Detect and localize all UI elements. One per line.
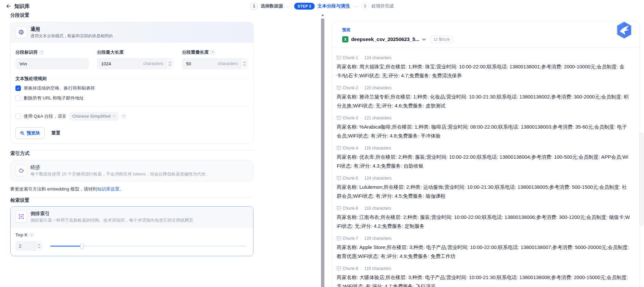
left-pane-scrollbar[interactable] — [320, 13, 325, 287]
max-length-label: 分段最大长度 — [97, 49, 124, 55]
help-icon — [29, 233, 34, 237]
scrollbar-thumb[interactable] — [321, 18, 324, 287]
chunk-text: 商家名称: 大疆体验店;所在楼层: 3;种类: 电子产品;营业时间: 10:00… — [337, 273, 631, 287]
qa-language-select[interactable]: Chinese Simplified — [69, 112, 119, 121]
chunk-char-count: 120 characters — [364, 86, 391, 90]
chevron-down-icon — [422, 38, 426, 41]
chunk-text: 商家名称: 江南布衣;所在楼层: 2;种类: 服装;营业时间: 10:00-22… — [337, 213, 631, 231]
inverted-index-name: 倒排索引 — [30, 211, 193, 217]
gear-icon — [15, 26, 27, 38]
chunk-header: Chunk-7 · 129 characters — [337, 236, 631, 241]
step-1-number: 1 — [250, 2, 258, 10]
general-mode-header: 通用 通用文本分块模式，检索和召回的块是相同的 — [11, 22, 253, 43]
slider-handle[interactable] — [80, 243, 84, 249]
preprocess-rule-row: 替换掉连续的空格、换行符和制表符 — [15, 85, 248, 92]
dot-separator: · — [360, 116, 362, 120]
chunk-title: Chunk-8 — [343, 266, 358, 271]
overlap-input[interactable]: 50 characters — [182, 58, 248, 69]
chunk-char-count: 116 characters — [364, 146, 391, 151]
top-k-stepper[interactable] — [35, 241, 43, 251]
preview-label: 预览 — [342, 27, 633, 33]
chunk-item: Chunk-2 · 120 characters 商家名称: 雅诗兰黛专柜;所在… — [337, 85, 631, 110]
chunk-title: Chunk-1 — [343, 55, 358, 60]
kb-settings-link[interactable]: 知识库设置。 — [97, 186, 124, 192]
chevron-up-icon — [243, 62, 246, 63]
divider — [15, 106, 248, 107]
chunk-grid-icon — [337, 56, 341, 60]
actions-row: 预览块 重置 — [15, 127, 248, 139]
preview-panel: 预览 X deepseek_csv_20250623_5... 12 预估块 — [332, 21, 640, 287]
scroll-up-arrow-icon[interactable] — [320, 13, 325, 17]
chunk-item: Chunk-1 · 124 characters 商家名称: 周大福珠宝;所在楼… — [337, 55, 631, 80]
step-1-label: 选择数据源 — [261, 3, 283, 9]
max-length-unit: characters — [143, 58, 166, 69]
chunk-grid-icon — [337, 206, 341, 210]
dot-separator: · — [360, 55, 362, 60]
qa-label: 使用 Q&A 分段，语言 — [24, 113, 66, 119]
preview-chunks-button[interactable]: 预览块 — [15, 127, 45, 139]
step-3-label: 处理并完成 — [371, 3, 394, 9]
chunk-title: Chunk-7 — [343, 236, 358, 241]
step-3-number: 3 — [361, 2, 369, 10]
chunk-title: Chunk-2 — [343, 86, 358, 90]
step-separator: — — [286, 4, 291, 9]
inverted-index-card[interactable]: 倒排索引 倒排索引是一种用于高效检索的结构。按术语组织，每个术语指向包含它的文档… — [10, 206, 253, 256]
chevron-up-icon — [169, 62, 171, 63]
chunk-title: Chunk-5 — [343, 176, 358, 181]
field-overlap: 分段重叠长度 50 characters — [182, 50, 248, 69]
chunk-title: Chunk-4 — [343, 146, 358, 151]
rule-checkbox[interactable] — [15, 95, 21, 101]
back-button[interactable] — [4, 2, 13, 11]
segment-settings-title: 分段设置 — [10, 12, 253, 18]
help-icon — [210, 50, 215, 55]
general-mode-card[interactable]: 通用 通用文本分块模式，检索和召回的块是相同的 分段标识符 \n\n — [10, 22, 253, 143]
chunk-text: 商家名称: %Arabica咖啡;所在楼层: 1;种类: 咖啡店;营业时间: 0… — [337, 122, 631, 140]
top-k-input[interactable]: 2 — [15, 241, 43, 251]
qa-checkbox[interactable] — [15, 114, 21, 119]
preprocess-rules-title: 文本预处理规则 — [15, 76, 248, 82]
inverted-index-header: 倒排索引 倒排索引是一种用于高效检索的结构。按术语组织，每个术语指向包含它的文档… — [11, 207, 253, 227]
delimiter-input[interactable]: \n\n — [15, 58, 89, 69]
step-2-current: STEP 2 文本分段与清洗 — [294, 3, 350, 10]
general-mode-body: 分段标识符 \n\n 分段最大长度 1024 charac — [11, 43, 253, 143]
economical-name: 经济 — [30, 165, 210, 170]
file-selector[interactable]: X deepseek_csv_20250623_5... 12 预估块 — [342, 36, 453, 43]
grid-index-icon — [15, 211, 27, 222]
chunk-text: 商家名称: Lululemon;所在楼层: 2;种类: 运动服饰;营业时间: 1… — [337, 183, 631, 200]
general-mode-name: 通用 — [30, 26, 113, 32]
index-note: 要更改索引方法和 embedding 模型，请转到知识库设置。 — [10, 186, 253, 192]
chunk-item: Chunk-5 · 124 characters 商家名称: Lululemon… — [337, 175, 631, 200]
arrow-left-icon — [5, 3, 12, 9]
reset-button[interactable]: 重置 — [51, 130, 60, 136]
step-indicator: 1 选择数据源 — STEP 2 文本分段与清洗 — 3 处理并完成 — [250, 0, 394, 12]
chunk-title: Chunk-6 — [343, 206, 358, 211]
step-3: 3 处理并完成 — [361, 2, 394, 10]
rule-checkbox[interactable] — [15, 86, 21, 91]
max-length-stepper[interactable] — [166, 58, 174, 69]
dot-separator: · — [360, 146, 362, 151]
inverted-index-desc: 倒排索引是一种用于高效检索的结构。按术语组织，每个术语指向包含它的文档或网页 — [30, 218, 193, 223]
piggy-bank-icon — [15, 165, 27, 176]
dot-separator: · — [360, 236, 362, 241]
chevron-down-icon — [169, 64, 171, 66]
help-icon — [39, 50, 44, 55]
preprocess-rule-row: 删除所有 URL 和电子邮件地址 — [15, 95, 248, 102]
index-method-title: 索引方式 — [10, 151, 253, 157]
chunk-text: 商家名称: 周大福珠宝;所在楼层: 1;种类: 珠宝;营业时间: 10:00-2… — [337, 62, 631, 80]
dot-separator: · — [360, 206, 362, 211]
chunk-list: Chunk-1 · 124 characters 商家名称: 周大福珠宝;所在楼… — [332, 48, 640, 287]
chunk-grid-icon — [337, 236, 341, 240]
top-k-slider[interactable] — [50, 243, 248, 249]
overlap-stepper[interactable] — [240, 58, 248, 69]
file-name: deepseek_csv_20250623_5... — [351, 37, 419, 42]
dot-separator: · — [360, 176, 362, 181]
chunk-header: Chunk-2 · 120 characters — [337, 85, 631, 90]
chunk-char-count: 119 characters — [364, 266, 391, 271]
preview-header: 预览 X deepseek_csv_20250623_5... 12 预估块 — [332, 22, 640, 48]
chunk-char-count: 129 characters — [364, 236, 391, 241]
preview-scrollbar-thumb[interactable] — [639, 133, 643, 226]
top-bar: 知识库 1 选择数据源 — STEP 2 文本分段与清洗 — 3 处理并完成 — [0, 0, 644, 12]
economical-desc: 每个数据块使用 10 个关键词进行检索，不会消耗任何 tokens，但会以降低检… — [30, 171, 210, 177]
max-length-input[interactable]: 1024 characters — [97, 58, 174, 69]
field-delimiter: 分段标识符 \n\n — [15, 50, 89, 69]
